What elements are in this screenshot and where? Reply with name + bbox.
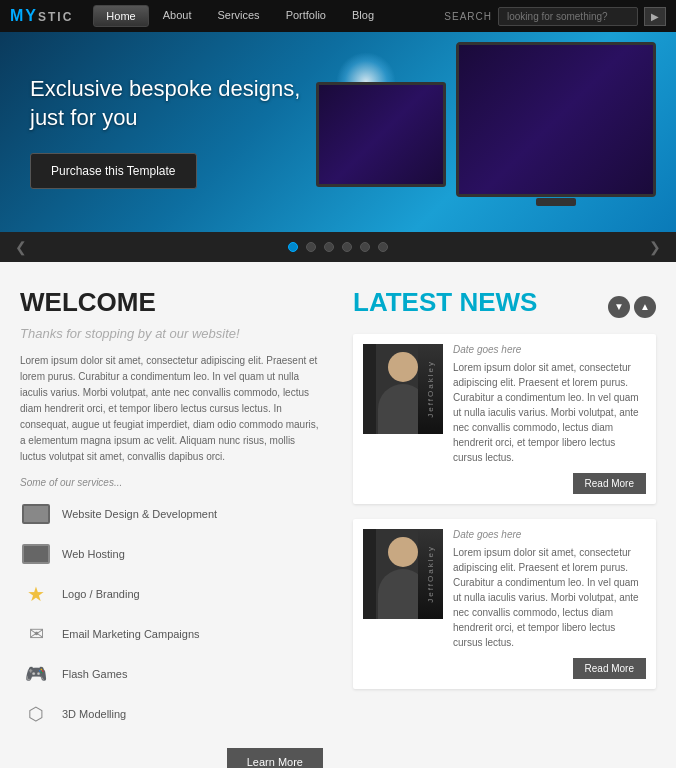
slider-dot-1[interactable] (288, 242, 298, 252)
hero-section: Exclusive bespoke designs, just for you … (0, 32, 676, 232)
news-img-overlay-1: JeffOakley (418, 344, 443, 434)
news-img-overlay-2: JeffOakley (418, 529, 443, 619)
nav-home[interactable]: Home (93, 5, 148, 27)
person-head-2 (388, 537, 418, 567)
service-item-3: ★ Logo / Branding (20, 578, 323, 610)
read-more-btn-2[interactable]: Read More (573, 658, 646, 679)
read-more-btn-1[interactable]: Read More (573, 473, 646, 494)
service-item-6: ⬡ 3D Modelling (20, 698, 323, 730)
hero-headline: Exclusive bespoke designs, just for you (30, 75, 300, 132)
monitor-shape (22, 504, 50, 524)
service-item-1: Website Design & Development (20, 498, 323, 530)
main-nav: Home About Services Portfolio Blog (93, 5, 386, 27)
hero-text: Exclusive bespoke designs, just for you … (30, 75, 300, 188)
service-label-3: Logo / Branding (62, 588, 140, 600)
welcome-section: WELCOME Thanks for stopping by at our we… (20, 287, 323, 768)
news-image-2: JeffOakley (363, 529, 443, 619)
welcome-body: Lorem ipsum dolor sit amet, consectetur … (20, 353, 323, 465)
nav-blog[interactable]: Blog (340, 5, 386, 27)
monitor-large-screen (459, 45, 653, 194)
search-label: SEARCH (444, 11, 492, 22)
service-item-2: Web Hosting (20, 538, 323, 570)
news-text-2: Lorem ipsum dolor sit amet, consectetur … (453, 545, 646, 650)
monitor-small-screen (319, 85, 443, 184)
nav-about[interactable]: About (151, 5, 204, 27)
services-label: Some of our services... (20, 477, 323, 488)
hero-monitors (316, 42, 656, 197)
logo-accent: STIC (38, 10, 73, 24)
news-item-1: JeffOakley Date goes here Lorem ipsum do… (353, 334, 656, 504)
monitor-large (456, 42, 656, 197)
service-label-1: Website Design & Development (62, 508, 217, 520)
search-button[interactable]: ▶ (644, 7, 666, 26)
news-prev-btn[interactable]: ▼ (608, 296, 630, 318)
nav-portfolio[interactable]: Portfolio (274, 5, 338, 27)
welcome-title: WELCOME (20, 287, 323, 318)
news-title: LATEST NEWS (353, 287, 537, 318)
purchase-button[interactable]: Purchase this Template (30, 153, 197, 189)
slider-dot-3[interactable] (324, 242, 334, 252)
learn-more-button[interactable]: Learn More (227, 748, 323, 768)
search-input[interactable] (498, 7, 638, 26)
news-date-2: Date goes here (453, 529, 646, 540)
service-label-5: Flash Games (62, 668, 127, 680)
hosting-shape (22, 544, 50, 564)
news-item-2: JeffOakley Date goes here Lorem ipsum do… (353, 519, 656, 689)
news-content-2: Date goes here Lorem ipsum dolor sit ame… (453, 529, 646, 679)
game-icon: 🎮 (20, 658, 52, 690)
news-date-1: Date goes here (453, 344, 646, 355)
slider-dot-6[interactable] (378, 242, 388, 252)
service-item-5: 🎮 Flash Games (20, 658, 323, 690)
email-icon: ✉ (20, 618, 52, 650)
news-image-1: JeffOakley (363, 344, 443, 434)
logo: MYSTIC (10, 7, 73, 25)
logo-text: MY (10, 7, 38, 24)
web-hosting-icon (20, 538, 52, 570)
service-label-4: Email Marketing Campaigns (62, 628, 200, 640)
nav-services[interactable]: Services (205, 5, 271, 27)
star-icon: ★ (20, 578, 52, 610)
service-item-4: ✉ Email Marketing Campaigns (20, 618, 323, 650)
slider-dot-5[interactable] (360, 242, 370, 252)
welcome-subtitle: Thanks for stopping by at our website! (20, 326, 323, 341)
slider-dot-2[interactable] (306, 242, 316, 252)
news-header: LATEST NEWS ▼ ▲ (353, 287, 656, 326)
person-head-1 (388, 352, 418, 382)
news-content-1: Date goes here Lorem ipsum dolor sit ame… (453, 344, 646, 494)
header: MYSTIC Home About Services Portfolio Blo… (0, 0, 676, 32)
news-section: LATEST NEWS ▼ ▲ JeffOakley Date goes her… (353, 287, 656, 768)
monitor-small (316, 82, 446, 187)
cube-icon: ⬡ (20, 698, 52, 730)
slider-next[interactable]: ❯ (649, 239, 661, 255)
news-controls: ▼ ▲ (608, 296, 656, 318)
search-area: SEARCH ▶ (444, 7, 666, 26)
news-text-1: Lorem ipsum dolor sit amet, consectetur … (453, 360, 646, 465)
monitor-icon (20, 498, 52, 530)
news-next-btn[interactable]: ▲ (634, 296, 656, 318)
slider-nav: ❮ ❯ (0, 232, 676, 262)
slider-dot-4[interactable] (342, 242, 352, 252)
service-label-2: Web Hosting (62, 548, 125, 560)
main-content: WELCOME Thanks for stopping by at our we… (0, 262, 676, 768)
slider-prev[interactable]: ❮ (15, 239, 27, 255)
service-label-6: 3D Modelling (62, 708, 126, 720)
